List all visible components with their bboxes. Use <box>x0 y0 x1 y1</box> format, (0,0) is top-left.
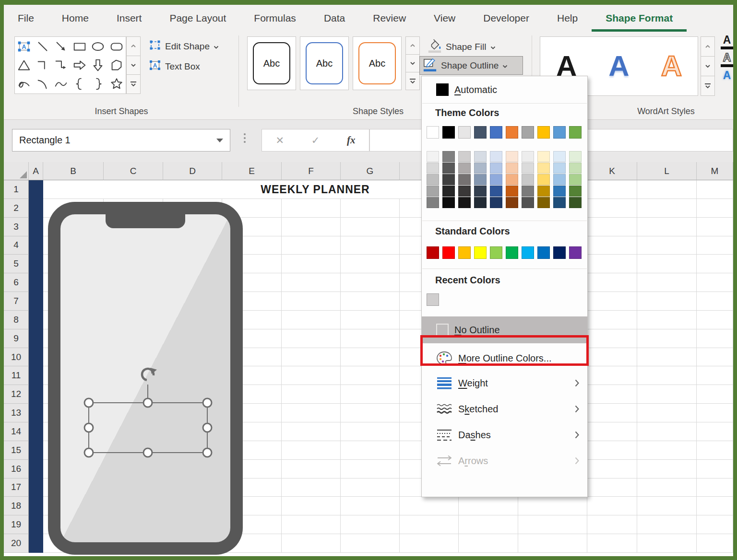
rounded-rectangle-icon[interactable] <box>107 37 126 56</box>
name-box[interactable]: Rectangle 1 <box>12 129 230 152</box>
theme-color-swatch[interactable] <box>458 126 471 139</box>
theme-color-swatch[interactable] <box>569 126 582 139</box>
theme-variant-swatch[interactable] <box>522 174 534 185</box>
theme-variant-swatch[interactable] <box>569 186 582 197</box>
theme-variant-swatch[interactable] <box>458 151 471 162</box>
recent-color-swatch[interactable] <box>427 293 439 306</box>
theme-variant-swatch[interactable] <box>474 151 487 162</box>
theme-variant-swatch[interactable] <box>490 151 502 162</box>
line-icon[interactable] <box>34 37 52 56</box>
star-icon[interactable] <box>107 75 126 93</box>
standard-color-swatch[interactable] <box>442 246 455 259</box>
menu-item-dashes[interactable]: Dashes <box>422 422 587 448</box>
tab-file[interactable]: File <box>4 5 48 32</box>
theme-variant-swatch[interactable] <box>569 174 582 185</box>
name-box-dropdown-icon[interactable] <box>216 139 223 142</box>
phone-illustration[interactable] <box>48 202 243 555</box>
tab-review[interactable]: Review <box>359 5 420 32</box>
insert-function-icon[interactable]: fx <box>347 134 356 146</box>
theme-variant-swatch[interactable] <box>442 151 455 162</box>
theme-variant-swatch[interactable] <box>442 163 455 174</box>
theme-variant-swatch[interactable] <box>442 186 455 197</box>
theme-variant-swatch[interactable] <box>442 174 455 185</box>
text-fill-button[interactable]: A <box>720 35 734 49</box>
block-arrow-right-icon[interactable] <box>71 56 89 74</box>
theme-variant-swatch[interactable] <box>537 174 550 185</box>
gallery-more-icon[interactable] <box>126 75 141 94</box>
theme-variant-swatch[interactable] <box>522 186 534 197</box>
text-box-button[interactable]: A Text Box <box>146 58 203 75</box>
gallery-more-icon[interactable] <box>405 72 420 90</box>
oval-icon[interactable] <box>89 37 107 56</box>
scribble-icon[interactable] <box>15 75 34 93</box>
theme-variant-swatch[interactable] <box>569 151 582 162</box>
theme-variant-swatch[interactable] <box>474 197 487 208</box>
standard-color-swatch[interactable] <box>537 246 550 259</box>
theme-variant-swatch[interactable] <box>522 163 534 174</box>
theme-color-swatch[interactable] <box>537 126 550 139</box>
standard-color-swatch[interactable] <box>427 246 439 259</box>
theme-variant-swatch[interactable] <box>553 151 566 162</box>
theme-variant-swatch[interactable] <box>427 163 439 174</box>
theme-variant-swatch[interactable] <box>427 174 439 185</box>
theme-variant-swatch[interactable] <box>569 163 582 174</box>
rectangle-icon[interactable] <box>71 37 89 56</box>
standard-color-swatch[interactable] <box>458 246 471 259</box>
gallery-scroll-down-icon[interactable] <box>126 56 141 75</box>
cancel-icon[interactable]: ✕ <box>275 135 284 146</box>
theme-variant-swatch[interactable] <box>537 151 550 162</box>
menu-item-automatic[interactable]: Automatic <box>422 79 587 100</box>
theme-color-swatch[interactable] <box>490 126 502 139</box>
shape-fill-button[interactable]: Shape Fill <box>425 36 499 57</box>
formula-bar-splitter[interactable] <box>244 133 246 143</box>
theme-variant-swatch[interactable] <box>458 163 471 174</box>
left-brace-icon[interactable] <box>71 75 89 93</box>
shape-style-preset-2[interactable]: Abc <box>300 36 349 90</box>
standard-color-swatch[interactable] <box>569 246 582 259</box>
theme-variant-swatch[interactable] <box>490 174 502 185</box>
theme-variant-swatch[interactable] <box>506 174 518 185</box>
menu-item-no-outline[interactable]: No Outline <box>422 316 587 343</box>
theme-color-swatch[interactable] <box>553 126 566 139</box>
theme-color-swatch[interactable] <box>442 126 455 139</box>
freeform-icon[interactable] <box>107 56 126 74</box>
gallery-scroll-up-icon[interactable] <box>405 36 420 55</box>
theme-variant-swatch[interactable] <box>442 197 455 208</box>
line-arrow-icon[interactable] <box>52 37 71 56</box>
theme-variant-swatch[interactable] <box>522 197 534 208</box>
gallery-more-icon[interactable] <box>701 76 715 96</box>
standard-color-swatch[interactable] <box>522 246 534 259</box>
theme-variant-swatch[interactable] <box>458 197 471 208</box>
theme-variant-swatch[interactable] <box>427 151 439 162</box>
elbow-arrow-connector-icon[interactable] <box>52 56 71 74</box>
gallery-scroll-up-icon[interactable] <box>126 36 141 56</box>
triangle-icon[interactable] <box>15 56 34 74</box>
standard-color-swatch[interactable] <box>553 246 566 259</box>
theme-variant-swatch[interactable] <box>506 151 518 162</box>
standard-color-swatch[interactable] <box>474 246 487 259</box>
theme-color-swatch[interactable] <box>522 126 534 139</box>
tab-insert[interactable]: Insert <box>103 5 156 32</box>
shape-style-preset-1[interactable]: Abc <box>247 36 296 90</box>
theme-variant-swatch[interactable] <box>537 197 550 208</box>
theme-variant-swatch[interactable] <box>427 186 439 197</box>
wordart-style-3[interactable]: A <box>661 52 682 81</box>
theme-color-swatch[interactable] <box>506 126 518 139</box>
tab-shape-format[interactable]: Shape Format <box>592 5 687 32</box>
right-brace-icon[interactable] <box>89 75 107 93</box>
theme-variant-swatch[interactable] <box>569 197 582 208</box>
theme-color-swatch[interactable] <box>427 126 439 139</box>
shape-style-preset-3[interactable]: Abc <box>353 36 402 90</box>
theme-variant-swatch[interactable] <box>506 197 518 208</box>
theme-variant-swatch[interactable] <box>458 186 471 197</box>
gallery-scroll-down-icon[interactable] <box>701 57 715 76</box>
theme-variant-swatch[interactable] <box>537 163 550 174</box>
arc-icon[interactable] <box>34 75 52 93</box>
edit-shape-button[interactable]: Edit Shape <box>146 37 222 55</box>
tab-data[interactable]: Data <box>310 5 359 32</box>
theme-variant-swatch[interactable] <box>506 163 518 174</box>
tab-home[interactable]: Home <box>48 5 103 32</box>
text-effects-button[interactable]: A <box>720 70 734 81</box>
theme-variant-swatch[interactable] <box>474 163 487 174</box>
menu-item-sketched[interactable]: Sketched <box>422 396 587 422</box>
